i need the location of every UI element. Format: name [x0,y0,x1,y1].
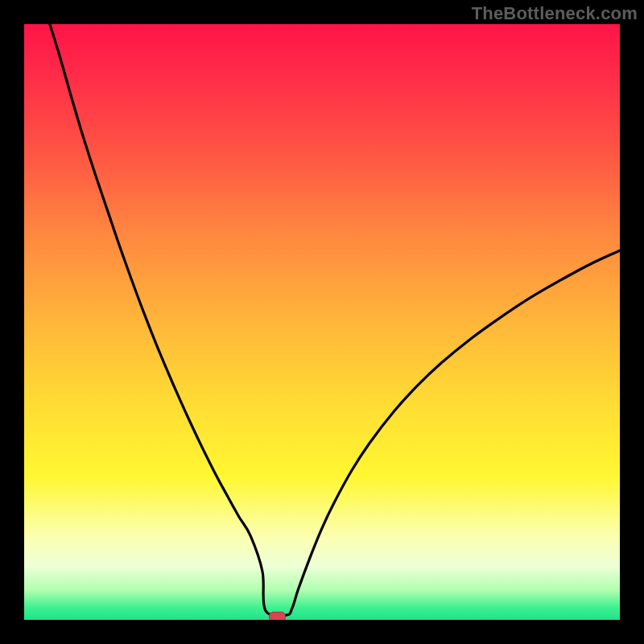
bottleneck-curve [24,24,620,620]
plot-area [24,24,620,620]
watermark-text: TheBottleneck.com [472,3,638,24]
chart-frame: TheBottleneck.com [0,0,644,644]
optimum-marker [270,612,286,620]
